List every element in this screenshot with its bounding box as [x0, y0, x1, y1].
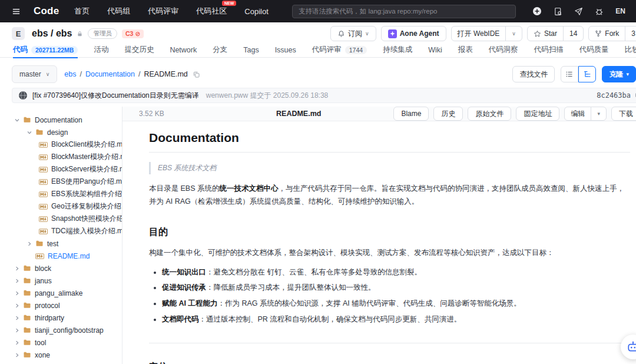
file-view-panel: 3.52 KB README.md Blame历史原始文件固定地址编辑▾下载 D…: [122, 107, 636, 364]
repo-tab[interactable]: 代码202711.22MB: [13, 42, 78, 58]
code-search-icon[interactable]: [554, 7, 562, 16]
repo-avatar: E: [12, 27, 25, 40]
toolbar-right: 查找文件 克隆▾: [512, 66, 636, 82]
webide-dropdown[interactable]: ∨: [505, 27, 522, 41]
chevron-right-icon[interactable]: [14, 266, 23, 272]
subscribe-button[interactable]: 订阅∨: [330, 26, 376, 41]
navbar-item[interactable]: 代码组: [107, 6, 130, 16]
list-view-button[interactable]: [561, 66, 578, 82]
file-action-button[interactable]: 历史: [433, 107, 463, 121]
tree-item-folder[interactable]: tool: [0, 336, 122, 349]
navbar-item[interactable]: NEW代码社区: [196, 6, 227, 16]
send-icon[interactable]: [574, 7, 583, 16]
tree-item-file[interactable]: Geo迁移复制模块介绍.md: [0, 200, 122, 213]
tree-item-file[interactable]: BlockServer模块介绍.md: [0, 163, 122, 176]
file-action-button[interactable]: Blame: [393, 107, 429, 121]
page: Code 首页代码组代码评审NEW代码社区Copilot EN E ebs / …: [0, 0, 636, 364]
chevron-right-icon[interactable]: [14, 352, 23, 358]
file-actions: Blame历史原始文件固定地址编辑▾下载: [393, 107, 636, 121]
repo-tab[interactable]: 代码评审1744: [312, 42, 367, 58]
breadcrumb-item[interactable]: Documentation: [85, 70, 135, 78]
tree-item-file[interactable]: EBS系统架构组件介绍.md: [0, 188, 122, 200]
tree-item-folder[interactable]: design: [0, 126, 122, 138]
branch-selector[interactable]: master∨: [12, 65, 57, 83]
tree-item-file[interactable]: BlockMaster模块介绍.md: [0, 151, 122, 163]
tree-item-folder[interactable]: pangu_alimake: [0, 287, 122, 299]
fork-count[interactable]: 3: [625, 27, 636, 41]
repo-tab[interactable]: 报表: [458, 42, 473, 58]
repo-tab[interactable]: 分支: [213, 42, 227, 58]
file-header: 3.52 KB README.md Blame历史原始文件固定地址编辑▾下载: [122, 107, 636, 121]
tree-view-button[interactable]: [578, 66, 596, 82]
file-action-button[interactable]: 原始文件: [468, 107, 511, 121]
chevron-right-icon[interactable]: [14, 315, 23, 321]
purpose-lead: 构建一个集中化、可维护的技术文档体系，整合架构设计、模块实现、测试方案、发布流程…: [149, 247, 630, 260]
commit-message[interactable]: [fix #70739640]仅修改Documentation目录则无需编译: [32, 91, 199, 101]
star-count[interactable]: 14: [563, 27, 583, 41]
repo-tab[interactable]: Tags: [243, 42, 259, 58]
tree-item-folder[interactable]: tianji_config/bootstrap: [0, 324, 122, 336]
tree-item-folder[interactable]: janus: [0, 274, 122, 287]
purpose-list: 统一知识出口：避免文档分散在 钉钉、云雀、私有仓库等多处导致的信息割裂。促进知识…: [149, 267, 630, 325]
chevron-right-icon[interactable]: [14, 303, 23, 309]
search-input[interactable]: [292, 5, 516, 18]
tree-item-folder[interactable]: test: [0, 237, 122, 250]
repo-tab[interactable]: 提交历史: [124, 42, 154, 58]
repo-tab[interactable]: Network: [170, 42, 197, 58]
repo-tab[interactable]: 比较: [625, 42, 636, 58]
chevron-right-icon[interactable]: [14, 290, 23, 296]
lock-icon: [77, 31, 83, 37]
language-toggle[interactable]: EN: [615, 7, 625, 15]
repo-tab[interactable]: 代码质量: [579, 42, 609, 58]
navbar-item[interactable]: 代码评审: [148, 6, 178, 16]
plus-circle-icon[interactable]: [532, 6, 542, 16]
repo-tab[interactable]: 代码洞察: [489, 42, 518, 58]
navbar-item[interactable]: 首页: [74, 6, 90, 16]
navbar-item[interactable]: Copilot: [244, 7, 268, 16]
tree-item-folder[interactable]: xone: [0, 349, 122, 361]
repo-tab[interactable]: Wiki: [428, 42, 442, 58]
view-toggle: [561, 66, 596, 82]
latest-commit-bar[interactable]: [fix #70739640]仅修改Documentation目录则无需编译 w…: [12, 88, 636, 103]
chevron-right-icon[interactable]: [26, 241, 35, 247]
clone-button[interactable]: 克隆▾: [602, 66, 636, 82]
tree-item-folder[interactable]: block: [0, 262, 122, 274]
chevron-down-icon[interactable]: [14, 117, 23, 123]
bug-icon[interactable]: [595, 7, 604, 16]
app-logo[interactable]: Code: [34, 5, 59, 17]
file-action-button[interactable]: 固定地址: [516, 107, 559, 121]
chevron-right-icon[interactable]: [14, 340, 23, 346]
tree-item-file[interactable]: TDC端接入模块介绍.md: [0, 225, 122, 237]
tree-item-file[interactable]: EBS使用Pangu介绍.md: [0, 176, 122, 188]
new-badge: NEW: [222, 1, 236, 6]
copy-path-icon[interactable]: [193, 71, 200, 78]
fork-icon: [595, 30, 602, 37]
open-webide-button[interactable]: 打开 WebIDE: [452, 27, 506, 41]
fork-button[interactable]: Fork: [589, 27, 625, 41]
repo-tab[interactable]: 代码扫描: [534, 42, 564, 58]
chevron-right-icon[interactable]: [14, 278, 23, 284]
breadcrumb-item[interactable]: ebs: [64, 70, 76, 78]
tree-item-file[interactable]: README.md: [0, 250, 122, 262]
tree-item-folder[interactable]: thirdparty: [0, 312, 122, 324]
star-button[interactable]: Star: [528, 27, 563, 41]
tree-item-folder[interactable]: protocol: [0, 299, 122, 312]
tree-item-file[interactable]: .alimake_rc: [0, 361, 122, 364]
edit-dropdown[interactable]: ▾: [591, 107, 606, 120]
hamburger-menu-icon[interactable]: [9, 5, 23, 18]
folder-icon: [23, 264, 31, 272]
edit-button[interactable]: 编辑: [565, 107, 591, 120]
repo-tab[interactable]: 活动: [94, 42, 108, 58]
tree-item-file[interactable]: Snapshot快照模块介绍.md: [0, 213, 122, 225]
tree-item-folder[interactable]: Documentation: [0, 114, 122, 126]
download-button[interactable]: 下载: [611, 107, 636, 121]
chevron-down-icon[interactable]: [26, 130, 35, 135]
breadcrumb-item[interactable]: README.md: [144, 70, 187, 78]
breadcrumb-separator: /: [138, 70, 140, 78]
tree-item-file[interactable]: BlockClient模块介绍.md: [0, 138, 122, 151]
chevron-right-icon[interactable]: [14, 327, 23, 333]
repo-tab[interactable]: Issues: [275, 42, 296, 58]
aone-agent-button[interactable]: Aone Agent: [381, 26, 446, 41]
find-file-button[interactable]: 查找文件: [512, 66, 555, 82]
repo-tab[interactable]: 持续集成: [383, 42, 412, 58]
